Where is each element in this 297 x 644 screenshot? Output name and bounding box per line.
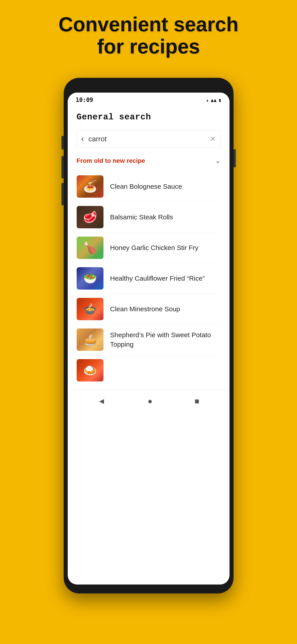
volume-down-button [61, 183, 64, 205]
sort-chevron-icon[interactable]: ⌄ [215, 157, 221, 164]
nav-recent-button[interactable]: ■ [195, 396, 200, 406]
recipe-item-steak[interactable]: Balsamic Steak Rolls [77, 202, 221, 232]
search-bar[interactable]: ‹ carrot ✕ [77, 130, 221, 148]
bottom-nav-bar: ◄ ● ■ [68, 390, 230, 412]
status-time: 10:09 [76, 96, 93, 103]
volume-up-button [61, 156, 64, 178]
recipe-name-bolognese: Clean Bolognese Sauce [110, 182, 182, 191]
nav-home-button[interactable]: ● [148, 396, 153, 406]
recipe-name-steak: Balsamic Steak Rolls [110, 212, 173, 222]
recipe-thumb-last [77, 359, 103, 382]
battery-icon: ▮ [218, 97, 221, 103]
search-input[interactable]: carrot [88, 135, 210, 143]
recipe-name-minestrone: Clean Minestrone Soup [110, 304, 180, 314]
recipe-name-cauliflower: Healthy Cauliflower Fried “Rice” [110, 274, 205, 283]
recipe-thumb-steak [77, 206, 103, 228]
nav-back-button[interactable]: ◄ [98, 396, 106, 406]
search-back-button[interactable]: ‹ [81, 134, 84, 144]
volume-silent-button [61, 136, 64, 149]
sort-filter-row[interactable]: From old to new recipe ⌄ [77, 157, 221, 164]
signal-icon: ▲▲ [211, 97, 217, 103]
recipe-item-last[interactable] [77, 355, 221, 386]
status-icons: ▴ ▲▲ ▮ [206, 97, 222, 103]
phone-screen: 10:09 ▴ ▲▲ ▮ General search ‹ carrot ✕ F… [68, 92, 230, 584]
recipe-item-bolognese[interactable]: Clean Bolognese Sauce [77, 171, 221, 202]
app-content: General search ‹ carrot ✕ From old to ne… [68, 106, 230, 386]
recipe-item-shepherds[interactable]: Shepherd’s Pie with Sweet Potato Topping [77, 324, 221, 355]
power-button [234, 149, 236, 167]
recipe-name-chicken: Honey Garlic Chicken Stir Fry [110, 243, 198, 252]
status-bar: 10:09 ▴ ▲▲ ▮ [68, 92, 230, 106]
recipe-item-minestrone[interactable]: Clean Minestrone Soup [77, 294, 221, 324]
app-title: General search [77, 112, 221, 122]
recipe-thumb-shepherds [77, 328, 103, 351]
recipe-thumb-cauliflower [77, 267, 103, 290]
recipe-name-shepherds: Shepherd’s Pie with Sweet Potato Topping [110, 330, 221, 349]
sort-label: From old to new recipe [77, 157, 145, 164]
phone-mockup: 10:09 ▴ ▲▲ ▮ General search ‹ carrot ✕ F… [64, 78, 234, 594]
search-clear-button[interactable]: ✕ [210, 134, 216, 143]
wifi-icon: ▴ [206, 97, 209, 103]
recipe-item-cauliflower[interactable]: Healthy Cauliflower Fried “Rice” [77, 263, 221, 294]
page-headline: Convenient search for recipes [41, 14, 256, 58]
recipe-thumb-minestrone [77, 298, 103, 320]
recipe-list: Clean Bolognese Sauce Balsamic Steak Rol… [77, 171, 221, 386]
phone-notch [126, 84, 171, 91]
recipe-thumb-bolognese [77, 175, 103, 198]
recipe-thumb-chicken [77, 236, 103, 259]
recipe-item-chicken[interactable]: Honey Garlic Chicken Stir Fry [77, 232, 221, 263]
